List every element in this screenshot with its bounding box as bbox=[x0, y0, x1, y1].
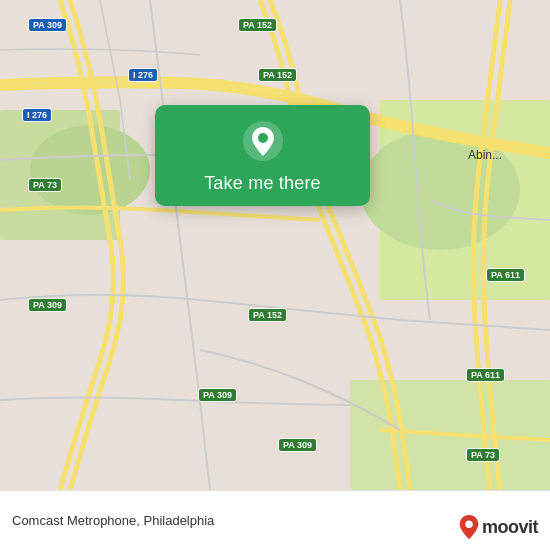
road-badge-pa73-right: PA 73 bbox=[466, 448, 500, 462]
road-badge-pa611-top: PA 611 bbox=[486, 268, 525, 282]
svg-point-8 bbox=[465, 521, 472, 528]
road-badge-pa152-low: PA 152 bbox=[248, 308, 287, 322]
svg-point-7 bbox=[258, 133, 268, 143]
road-badge-pa309-bottom: PA 309 bbox=[278, 438, 317, 452]
road-badge-pa152-top: PA 152 bbox=[238, 18, 277, 32]
moovit-pin-icon bbox=[458, 514, 480, 540]
location-pin-icon bbox=[241, 119, 285, 163]
road-badge-pa73-left: PA 73 bbox=[28, 178, 62, 192]
road-badge-i276-mid: I 276 bbox=[128, 68, 158, 82]
city-label-abington: Abin... bbox=[468, 148, 502, 162]
moovit-logo: moovit bbox=[458, 514, 538, 540]
road-badge-pa309-low: PA 309 bbox=[198, 388, 237, 402]
moovit-text: moovit bbox=[482, 517, 538, 538]
location-name: Comcast Metrophone, Philadelphia bbox=[12, 513, 214, 528]
road-badge-pa611-low: PA 611 bbox=[466, 368, 505, 382]
svg-point-4 bbox=[30, 125, 150, 215]
bottom-bar: Comcast Metrophone, Philadelphia moovit bbox=[0, 490, 550, 550]
take-me-there-button[interactable]: Take me there bbox=[155, 105, 370, 206]
road-badge-pa152-mid: PA 152 bbox=[258, 68, 297, 82]
road-badge-i276-left: I 276 bbox=[22, 108, 52, 122]
road-badge-pa309-mid: PA 309 bbox=[28, 298, 67, 312]
take-me-there-label: Take me there bbox=[204, 173, 321, 194]
map-view: PA 309 PA 152 I 276 I 276 PA 152 PA 73 P… bbox=[0, 0, 550, 490]
road-badge-pa309-top: PA 309 bbox=[28, 18, 67, 32]
